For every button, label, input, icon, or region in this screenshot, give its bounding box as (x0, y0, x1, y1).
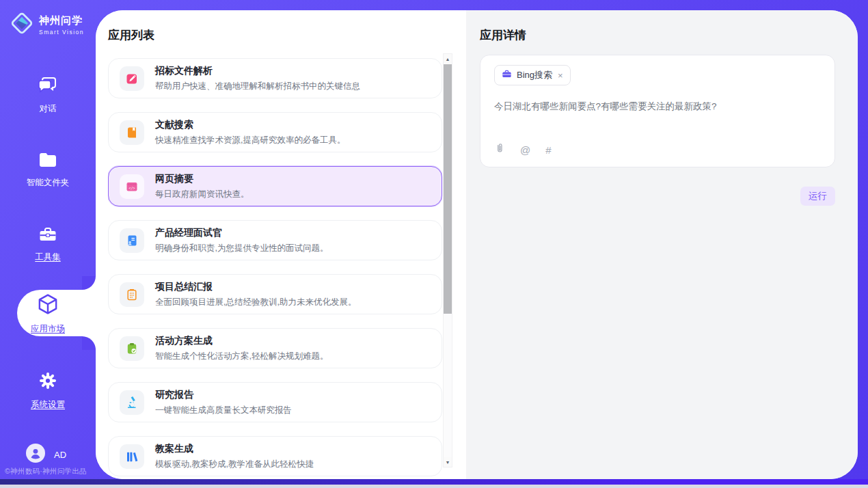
bid-doc-icon (120, 66, 144, 91)
chat-icon (38, 77, 57, 97)
plan-check-icon (120, 336, 144, 361)
list-item-event-plan[interactable]: 活动方案生成 智能生成个性化活动方案,轻松解决规划难题。 (108, 328, 442, 368)
book-icon (120, 120, 144, 145)
tab-notch-bottom (82, 336, 96, 350)
sidebar-item-label: 智能文件夹 (27, 177, 70, 189)
app-title: 产品经理面试官 (155, 227, 328, 239)
sidebar-item-label: 应用市场 (31, 323, 65, 335)
sidebar-item-label: 工具集 (35, 252, 61, 263)
run-button[interactable]: 运行 (800, 187, 835, 206)
diamond-logo-icon (10, 11, 34, 38)
app-desc: 全面回顾项目进展,总结经验教训,助力未来优化发展。 (155, 297, 356, 308)
app-desc: 模板驱动,教案秒成,教学准备从此轻松快捷 (155, 459, 314, 470)
main-content: 应用列表 招标文件解析 帮助用户快速、准确地理解和解析招标书中的关键信息 (96, 10, 858, 479)
prompt-card: Bing搜索 × 今日湖北有哪些新闻要点?有哪些需要关注的最新政策? @ # (480, 55, 835, 167)
svg-text:</>: </> (128, 185, 135, 189)
mention-icon[interactable]: @ (520, 144, 530, 156)
paperclip-icon[interactable] (494, 142, 505, 157)
app-title: 教案生成 (155, 443, 314, 455)
list-item-bid-parse[interactable]: 招标文件解析 帮助用户快速、准确地理解和解析招标书中的关键信息 (108, 58, 442, 98)
brand-subtitle: Smart Vision (39, 29, 84, 36)
app-title: 活动方案生成 (155, 335, 328, 347)
sidebar-item-label: 对话 (40, 103, 57, 115)
copyright-text: ©神州数码·神州问学出品 (5, 467, 95, 476)
list-item-lesson-plan[interactable]: 教案生成 模板驱动,教案秒成,教学准备从此轻松快捷 (108, 436, 442, 476)
attachment-toolbar: @ # (494, 142, 821, 159)
app-title: 研究报告 (155, 389, 292, 401)
app-desc: 智能生成个性化活动方案,轻松解决规划难题。 (155, 351, 328, 362)
app-title: 文献搜索 (155, 119, 345, 131)
list-item-web-summary[interactable]: </> 网页摘要 每日政府新闻资讯快查。 (108, 166, 442, 206)
sidebar-item-toolkit[interactable]: 工具集 (0, 226, 96, 263)
brand-logo: 神州问学 Smart Vision (10, 11, 84, 38)
sidebar: 神州问学 Smart Vision 对话 智能文件夹 (0, 0, 96, 479)
list-item-pm-interviewer[interactable]: 产品经理面试官 明确身份和职责,为您提供专业性的面试问题。 (108, 220, 442, 260)
app-title: 网页摘要 (155, 173, 249, 185)
app-list-scrollbar[interactable]: ▲ ▼ (443, 53, 452, 467)
resume-icon (120, 228, 144, 253)
clipboard-icon (120, 282, 144, 307)
window-bottom-edge (0, 479, 868, 485)
app-detail-panel: 应用详情 Bing搜索 × 今日湖北有哪些新闻要点?有哪些需要关注的最新政策? (466, 10, 858, 479)
scroll-up-arrow-icon[interactable]: ▲ (444, 54, 452, 64)
books-icon (120, 444, 144, 469)
sidebar-item-app-market[interactable]: 应用市场 (17, 293, 79, 335)
scroll-down-arrow-icon[interactable]: ▼ (444, 457, 452, 467)
app-list-panel: 应用列表 招标文件解析 帮助用户快速、准确地理解和解析招标书中的关键信息 (96, 10, 466, 479)
folder-icon (38, 152, 57, 171)
cube-icon (36, 293, 59, 318)
app-title: 招标文件解析 (155, 65, 360, 77)
hash-icon[interactable]: # (545, 144, 551, 156)
close-icon[interactable]: × (558, 71, 563, 80)
briefcase-icon (502, 69, 512, 81)
user-account[interactable]: AD (26, 444, 66, 465)
user-initials: AD (54, 450, 66, 460)
app-list: 招标文件解析 帮助用户快速、准确地理解和解析招标书中的关键信息 文献搜索 快速精… (108, 58, 442, 479)
sidebar-item-chat[interactable]: 对话 (0, 77, 96, 115)
list-item-literature-search[interactable]: 文献搜索 快速精准查找学术资源,提高研究效率的必备工具。 (108, 112, 442, 152)
list-item-research-report[interactable]: 研究报告 一键智能生成高质量长文本研究报告 (108, 382, 442, 422)
app-desc: 明确身份和职责,为您提供专业性的面试问题。 (155, 243, 328, 254)
app-desc: 一键智能生成高质量长文本研究报告 (155, 405, 292, 416)
tool-tag-label: Bing搜索 (517, 69, 552, 81)
tab-notch-top (82, 276, 96, 290)
app-list-title: 应用列表 (108, 27, 154, 43)
microscope-icon (120, 390, 144, 415)
sidebar-item-smart-folder[interactable]: 智能文件夹 (0, 152, 96, 189)
sidebar-item-label: 系统设置 (31, 399, 65, 411)
brand-title: 神州问学 (39, 14, 84, 27)
webpage-icon: </> (120, 174, 144, 199)
scrollbar-thumb[interactable] (444, 64, 452, 314)
gear-icon (38, 371, 57, 393)
app-desc: 快速精准查找学术资源,提高研究效率的必备工具。 (155, 135, 345, 146)
toolbox-icon (38, 226, 57, 245)
tool-tag-bing[interactable]: Bing搜索 × (494, 65, 571, 85)
avatar (26, 444, 45, 465)
prompt-input[interactable]: 今日湖北有哪些新闻要点?有哪些需要关注的最新政策? (494, 100, 821, 142)
app-desc: 帮助用户快速、准确地理解和解析招标书中的关键信息 (155, 81, 360, 92)
app-detail-title: 应用详情 (480, 27, 526, 43)
list-item-project-summary[interactable]: 项目总结汇报 全面回顾项目进展,总结经验教训,助力未来优化发展。 (108, 274, 442, 314)
sidebar-item-settings[interactable]: 系统设置 (0, 371, 96, 411)
app-desc: 每日政府新闻资讯快查。 (155, 189, 249, 200)
app-title: 项目总结汇报 (155, 281, 356, 293)
